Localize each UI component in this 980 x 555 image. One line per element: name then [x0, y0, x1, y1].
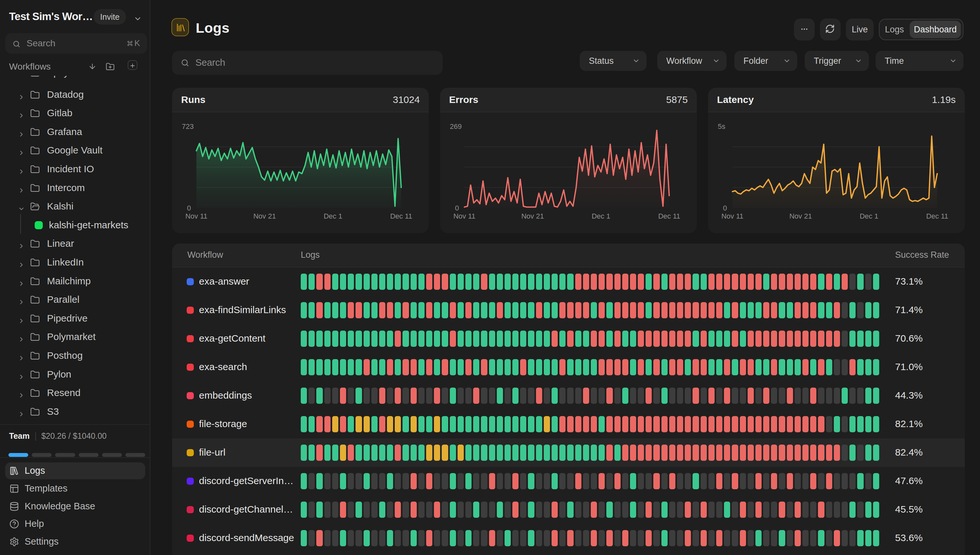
svg-text:Nov 21: Nov 21 — [521, 212, 544, 220]
svg-text:0: 0 — [187, 204, 191, 212]
svg-text:269: 269 — [450, 122, 462, 130]
svg-text:723: 723 — [182, 122, 194, 130]
svg-text:0: 0 — [455, 204, 459, 212]
svg-text:Nov 11: Nov 11 — [721, 212, 743, 220]
svg-text:Dec 11: Dec 11 — [658, 212, 680, 220]
svg-text:Dec 11: Dec 11 — [390, 212, 412, 220]
svg-text:Nov 11: Nov 11 — [454, 212, 475, 220]
svg-text:0: 0 — [723, 204, 727, 212]
svg-text:Nov 21: Nov 21 — [253, 212, 276, 220]
svg-text:Dec 1: Dec 1 — [591, 212, 610, 220]
svg-text:Dec 1: Dec 1 — [859, 212, 878, 220]
svg-text:5s: 5s — [718, 122, 725, 130]
svg-text:Dec 11: Dec 11 — [926, 212, 948, 220]
svg-text:Nov 11: Nov 11 — [185, 212, 208, 220]
svg-text:Nov 21: Nov 21 — [789, 212, 812, 220]
svg-text:Dec 1: Dec 1 — [324, 212, 342, 220]
